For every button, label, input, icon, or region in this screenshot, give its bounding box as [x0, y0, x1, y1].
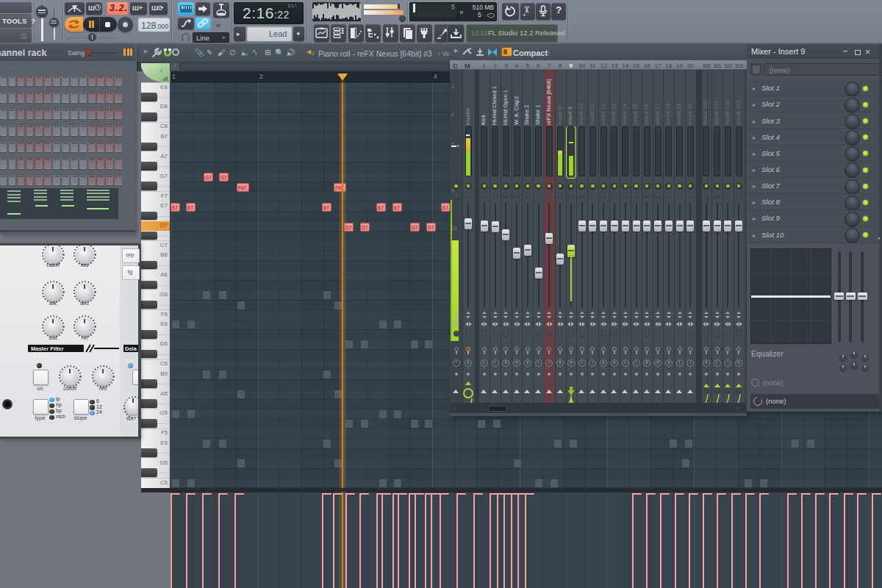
svg-text:♪: ♪	[159, 66, 163, 74]
